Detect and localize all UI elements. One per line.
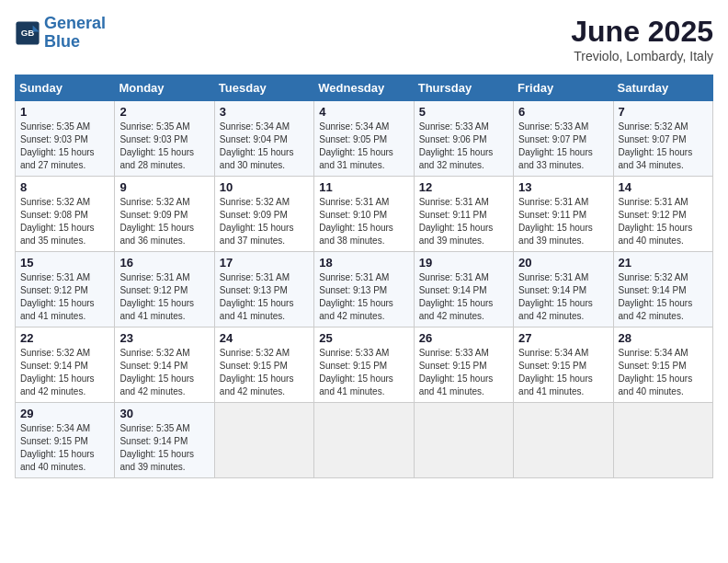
day-info: Sunrise: 5:31 AMSunset: 9:13 PMDaylight:… [220,272,294,321]
day-number: 1 [20,105,109,119]
day-info: Sunrise: 5:31 AMSunset: 9:12 PMDaylight:… [619,197,693,246]
calendar-cell [613,403,712,478]
day-info: Sunrise: 5:33 AMSunset: 9:06 PMDaylight:… [419,121,494,170]
calendar-cell: 29 Sunrise: 5:34 AMSunset: 9:15 PMDaylig… [16,403,115,478]
calendar-cell: 13 Sunrise: 5:31 AMSunset: 9:11 PMDaylig… [514,177,613,252]
calendar-cell: 23 Sunrise: 5:32 AMSunset: 9:14 PMDaylig… [115,327,214,403]
day-info: Sunrise: 5:35 AMSunset: 9:14 PMDaylight:… [119,423,194,472]
calendar-cell: 3 Sunrise: 5:34 AMSunset: 9:04 PMDayligh… [214,101,313,177]
day-number: 2 [119,105,209,119]
day-number: 28 [619,331,708,345]
calendar-cell: 15 Sunrise: 5:31 AMSunset: 9:12 PMDaylig… [16,252,115,327]
day-info: Sunrise: 5:31 AMSunset: 9:13 PMDaylight:… [319,272,393,321]
day-number: 9 [119,180,209,194]
calendar-cell [214,403,313,478]
calendar-cell [314,403,414,478]
day-number: 24 [220,331,309,345]
calendar-cell: 8 Sunrise: 5:32 AMSunset: 9:08 PMDayligh… [16,177,115,252]
calendar-cell: 19 Sunrise: 5:31 AMSunset: 9:14 PMDaylig… [414,252,513,327]
calendar-title: June 2025 [571,15,713,49]
day-info: Sunrise: 5:32 AMSunset: 9:14 PMDaylight:… [20,348,95,396]
day-number: 18 [319,256,408,270]
day-number: 29 [20,407,109,420]
calendar-table: Sunday Monday Tuesday Wednesday Thursday… [15,75,713,478]
day-number: 25 [319,331,408,345]
calendar-cell [414,403,513,478]
logo: GB General Blue [15,15,106,52]
col-wednesday: Wednesday [314,75,414,101]
day-info: Sunrise: 5:31 AMSunset: 9:11 PMDaylight:… [518,197,593,246]
logo-line2: Blue [44,32,80,51]
day-info: Sunrise: 5:34 AMSunset: 9:15 PMDaylight:… [518,348,593,396]
day-info: Sunrise: 5:31 AMSunset: 9:11 PMDaylight:… [419,197,494,246]
col-sunday: Sunday [16,75,115,101]
calendar-cell: 28 Sunrise: 5:34 AMSunset: 9:15 PMDaylig… [613,327,712,403]
day-number: 3 [220,105,309,119]
day-number: 10 [220,180,309,194]
day-number: 12 [419,180,508,194]
day-number: 14 [619,180,708,194]
logo-text: General Blue [44,15,106,52]
calendar-cell: 10 Sunrise: 5:32 AMSunset: 9:09 PMDaylig… [214,177,313,252]
calendar-cell: 26 Sunrise: 5:33 AMSunset: 9:15 PMDaylig… [414,327,513,403]
day-info: Sunrise: 5:31 AMSunset: 9:14 PMDaylight:… [419,272,494,321]
col-monday: Monday [115,75,214,101]
day-info: Sunrise: 5:31 AMSunset: 9:12 PMDaylight:… [20,272,95,321]
calendar-cell: 24 Sunrise: 5:32 AMSunset: 9:15 PMDaylig… [214,327,313,403]
day-number: 6 [518,105,608,119]
day-info: Sunrise: 5:31 AMSunset: 9:14 PMDaylight:… [518,272,593,321]
col-friday: Friday [514,75,613,101]
day-number: 7 [619,105,708,119]
day-number: 5 [419,105,508,119]
day-info: Sunrise: 5:34 AMSunset: 9:15 PMDaylight:… [619,348,693,396]
calendar-cell: 7 Sunrise: 5:32 AMSunset: 9:07 PMDayligh… [613,101,712,177]
calendar-cell: 1 Sunrise: 5:35 AMSunset: 9:03 PMDayligh… [16,101,115,177]
day-number: 27 [518,331,608,345]
calendar-cell: 5 Sunrise: 5:33 AMSunset: 9:06 PMDayligh… [414,101,513,177]
logo-line1: General [44,14,106,32]
calendar-week-1: 1 Sunrise: 5:35 AMSunset: 9:03 PMDayligh… [16,101,713,177]
calendar-cell: 21 Sunrise: 5:32 AMSunset: 9:14 PMDaylig… [613,252,712,327]
day-info: Sunrise: 5:32 AMSunset: 9:14 PMDaylight:… [119,348,194,396]
calendar-cell: 11 Sunrise: 5:31 AMSunset: 9:10 PMDaylig… [314,177,414,252]
logo-icon: GB [15,20,40,46]
day-info: Sunrise: 5:32 AMSunset: 9:15 PMDaylight:… [220,348,294,396]
calendar-cell: 12 Sunrise: 5:31 AMSunset: 9:11 PMDaylig… [414,177,513,252]
calendar-cell: 27 Sunrise: 5:34 AMSunset: 9:15 PMDaylig… [514,327,613,403]
col-thursday: Thursday [414,75,513,101]
day-number: 11 [319,180,408,194]
header: GB General Blue June 2025 Treviolo, Lomb… [15,15,713,63]
day-number: 15 [20,256,109,270]
day-info: Sunrise: 5:32 AMSunset: 9:14 PMDaylight:… [619,272,693,321]
calendar-cell: 6 Sunrise: 5:33 AMSunset: 9:07 PMDayligh… [514,101,613,177]
calendar-cell: 4 Sunrise: 5:34 AMSunset: 9:05 PMDayligh… [314,101,414,177]
calendar-cell [514,403,613,478]
calendar-cell: 16 Sunrise: 5:31 AMSunset: 9:12 PMDaylig… [115,252,214,327]
day-info: Sunrise: 5:32 AMSunset: 9:09 PMDaylight:… [119,197,194,246]
day-info: Sunrise: 5:33 AMSunset: 9:15 PMDaylight:… [419,348,494,396]
day-info: Sunrise: 5:32 AMSunset: 9:09 PMDaylight:… [220,197,294,246]
day-number: 8 [20,180,109,194]
day-info: Sunrise: 5:32 AMSunset: 9:08 PMDaylight:… [20,197,95,246]
calendar-cell: 30 Sunrise: 5:35 AMSunset: 9:14 PMDaylig… [115,403,214,478]
day-number: 13 [518,180,608,194]
calendar-cell: 14 Sunrise: 5:31 AMSunset: 9:12 PMDaylig… [613,177,712,252]
calendar-cell: 2 Sunrise: 5:35 AMSunset: 9:03 PMDayligh… [115,101,214,177]
day-number: 20 [518,256,608,270]
col-saturday: Saturday [613,75,712,101]
calendar-cell: 18 Sunrise: 5:31 AMSunset: 9:13 PMDaylig… [314,252,414,327]
day-number: 4 [319,105,408,119]
day-number: 19 [419,256,508,270]
calendar-week-5: 29 Sunrise: 5:34 AMSunset: 9:15 PMDaylig… [16,403,713,478]
calendar-cell: 25 Sunrise: 5:33 AMSunset: 9:15 PMDaylig… [314,327,414,403]
day-number: 30 [119,407,209,420]
day-number: 26 [419,331,508,345]
header-row: Sunday Monday Tuesday Wednesday Thursday… [16,75,713,101]
day-info: Sunrise: 5:33 AMSunset: 9:07 PMDaylight:… [518,121,593,170]
title-area: June 2025 Treviolo, Lombardy, Italy [571,15,713,63]
calendar-week-3: 15 Sunrise: 5:31 AMSunset: 9:12 PMDaylig… [16,252,713,327]
calendar-week-2: 8 Sunrise: 5:32 AMSunset: 9:08 PMDayligh… [16,177,713,252]
day-number: 22 [20,331,109,345]
day-info: Sunrise: 5:31 AMSunset: 9:10 PMDaylight:… [319,197,393,246]
calendar-cell: 9 Sunrise: 5:32 AMSunset: 9:09 PMDayligh… [115,177,214,252]
